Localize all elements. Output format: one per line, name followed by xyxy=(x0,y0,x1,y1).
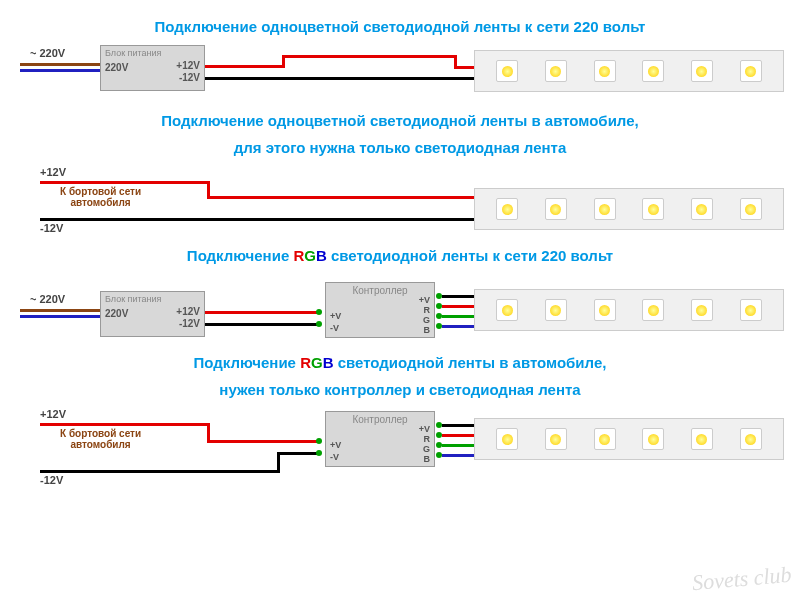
led xyxy=(642,198,664,220)
wire-ac-blue xyxy=(20,69,100,72)
led xyxy=(545,60,567,82)
label-car: К бортовой сети автомобиля xyxy=(60,186,141,208)
psu-title: Блок питания xyxy=(101,46,204,60)
led xyxy=(545,299,567,321)
led xyxy=(594,60,616,82)
wire-r xyxy=(442,305,475,308)
wire-b xyxy=(442,454,475,457)
led xyxy=(740,60,762,82)
title-4a: Подключение RGB светодиодной ленты в авт… xyxy=(0,354,800,371)
psu-3: Блок питания 220V +12V -12V xyxy=(100,291,205,337)
conn-dot xyxy=(316,309,322,315)
title-3: Подключение RGB светодиодной ленты к сет… xyxy=(0,247,800,264)
wire-pos-c xyxy=(207,196,475,199)
led xyxy=(691,60,713,82)
controller-3: Контроллер +V -V +V R G B xyxy=(325,282,435,338)
wire-b xyxy=(442,325,475,328)
title-1: Подключение одноцветной светодиодной лен… xyxy=(0,18,800,35)
led xyxy=(740,428,762,450)
wire-pos-a xyxy=(40,181,210,184)
led xyxy=(740,299,762,321)
led-strip-2 xyxy=(474,188,784,230)
pin-cg: G xyxy=(423,444,430,454)
wire-pos-c xyxy=(282,55,457,58)
led xyxy=(496,198,518,220)
led-strip-3 xyxy=(474,289,784,331)
wire-neg xyxy=(205,77,475,80)
led xyxy=(496,428,518,450)
wire-ac-brown xyxy=(20,309,100,312)
wire-neg-a xyxy=(40,470,280,473)
label-car: К бортовой сети автомобиля xyxy=(60,428,141,450)
wire-g xyxy=(442,444,475,447)
wire-neg-b xyxy=(277,452,280,473)
pin-mv: -V xyxy=(330,323,339,333)
conn-dot xyxy=(316,321,322,327)
wire-r xyxy=(442,434,475,437)
diagram-1: ~ 220V Блок питания 220V +12V -12V xyxy=(0,45,800,100)
diagram-3: ~ 220V Блок питания 220V +12V -12V Контр… xyxy=(0,274,800,349)
label-p12: +12V xyxy=(40,408,66,420)
led-strip-1 xyxy=(474,50,784,92)
conn-dot xyxy=(316,450,322,456)
psu-220: 220V xyxy=(105,62,128,73)
led xyxy=(691,299,713,321)
pin-cpv: +V xyxy=(419,295,430,305)
wire-neg xyxy=(40,218,475,221)
pin-cb: B xyxy=(424,454,431,464)
wire-v xyxy=(442,424,475,427)
label-m12: -12V xyxy=(40,474,63,486)
diagram-2: +12V К бортовой сети автомобиля -12V xyxy=(0,166,800,241)
wire-pos xyxy=(205,311,320,314)
pin-cb: B xyxy=(424,325,431,335)
psu-title: Блок питания xyxy=(101,292,204,306)
psu-m12: -12V xyxy=(179,72,200,83)
label-p12: +12V xyxy=(40,166,66,178)
pin-cpv: +V xyxy=(419,424,430,434)
led xyxy=(545,428,567,450)
led xyxy=(691,198,713,220)
wire-neg-c xyxy=(277,452,320,455)
led xyxy=(594,198,616,220)
led xyxy=(642,299,664,321)
label-220v: ~ 220V xyxy=(30,293,65,305)
led xyxy=(594,299,616,321)
title-2a: Подключение одноцветной светодиодной лен… xyxy=(0,112,800,129)
wire-pos-e xyxy=(454,66,474,69)
wire-ac-blue xyxy=(20,315,100,318)
led xyxy=(691,428,713,450)
controller-4: Контроллер +V -V +V R G B xyxy=(325,411,435,467)
pin-mv: -V xyxy=(330,452,339,462)
led xyxy=(496,299,518,321)
led-strip-4 xyxy=(474,418,784,460)
conn-dot xyxy=(316,438,322,444)
pin-cr: R xyxy=(424,434,431,444)
title-4b: нужен только контроллер и светодиодная л… xyxy=(0,381,800,398)
psu-p12: +12V xyxy=(176,60,200,71)
wire-neg xyxy=(205,323,320,326)
title-2b: для этого нужна только светодиодная лент… xyxy=(0,139,800,156)
led xyxy=(496,60,518,82)
label-220v: ~ 220V xyxy=(30,47,65,59)
psu-1: Блок питания 220V +12V -12V xyxy=(100,45,205,91)
psu-220: 220V xyxy=(105,308,128,319)
diagram-4: +12V К бортовой сети автомобиля -12V Кон… xyxy=(0,408,800,493)
wire-g xyxy=(442,315,475,318)
watermark: Sovets club xyxy=(691,562,792,597)
wire-v xyxy=(442,295,475,298)
led xyxy=(594,428,616,450)
led xyxy=(642,428,664,450)
led xyxy=(545,198,567,220)
led xyxy=(642,60,664,82)
wire-pos-a xyxy=(205,65,285,68)
pin-pv: +V xyxy=(330,440,341,450)
led xyxy=(740,198,762,220)
label-m12: -12V xyxy=(40,222,63,234)
wire-pos-a xyxy=(40,423,210,426)
wire-pos-c xyxy=(207,440,320,443)
wire-ac-brown xyxy=(20,63,100,66)
pin-pv: +V xyxy=(330,311,341,321)
pin-cr: R xyxy=(424,305,431,315)
psu-p12: +12V xyxy=(176,306,200,317)
psu-m12: -12V xyxy=(179,318,200,329)
